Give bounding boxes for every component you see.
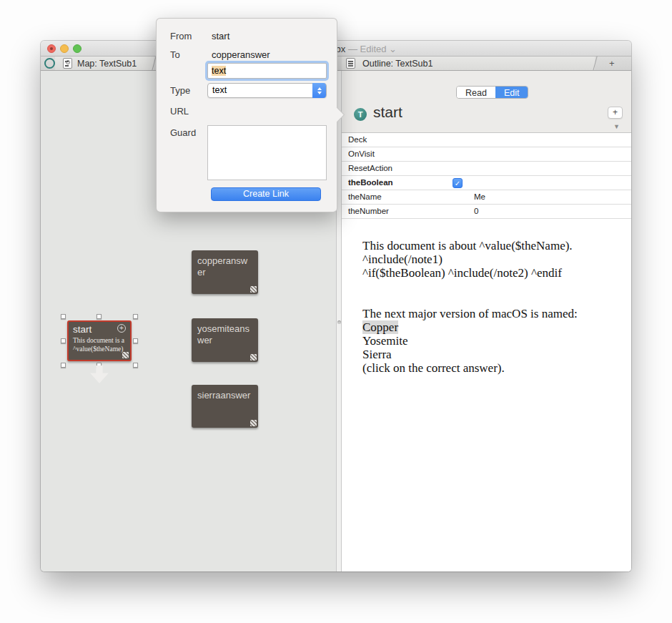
blank-lines — [362, 280, 617, 307]
to-value: copperanswer — [212, 49, 270, 60]
text-flag-icon — [250, 354, 257, 360]
outline-view-icon — [346, 58, 355, 69]
to-label: To — [170, 49, 180, 60]
create-link-button[interactable]: Create Link — [211, 187, 321, 201]
note-text-line: Copper — [362, 320, 617, 334]
read-edit-segmented-control: Read Edit — [456, 86, 528, 99]
map-node-start[interactable]: start + This document is a ^value($theNa… — [67, 320, 132, 361]
theboolean-checkbox[interactable]: ✓ — [453, 178, 463, 188]
attribute-key: ResetAction — [348, 164, 392, 172]
link-drag-arrow-icon[interactable] — [90, 366, 109, 383]
attribute-row-onvisit[interactable]: OnVisit — [342, 147, 631, 162]
text-flag-icon — [250, 286, 257, 293]
attribute-key: theNumber — [348, 207, 389, 215]
selection-handle[interactable] — [133, 314, 138, 319]
url-label: URL — [170, 106, 189, 117]
selection-handle[interactable] — [61, 338, 66, 343]
note-text-line: ^include(/note1) — [362, 252, 617, 266]
zoom-button[interactable] — [73, 44, 81, 53]
map-node-yosemiteanswer[interactable]: yosemiteanswer — [192, 318, 258, 362]
edit-button[interactable]: Edit — [495, 87, 528, 98]
attribute-row-thename[interactable]: theName Me — [342, 190, 631, 205]
attribute-key: theName — [348, 192, 382, 201]
selection-handle[interactable] — [97, 314, 102, 319]
attribute-value[interactable]: 0 — [474, 207, 478, 215]
text-flag-icon — [122, 352, 129, 358]
note-header: Read Edit T start + ▼ — [342, 71, 631, 133]
note-text-line: (click on the correct answer). — [362, 361, 617, 375]
from-value: start — [212, 31, 229, 41]
text-flag-icon — [250, 420, 257, 426]
title-chevron-icon[interactable]: ⌄ — [389, 44, 397, 54]
attribute-row-deck[interactable]: Deck — [342, 133, 631, 147]
node-title: sierraanswer — [197, 390, 250, 401]
read-button[interactable]: Read — [457, 87, 495, 98]
window-title-status: Edited — [360, 44, 387, 54]
link-type-value: text — [212, 85, 227, 95]
attribute-key: theBoolean — [348, 178, 393, 187]
map-node-copperanswer[interactable]: copperanswer — [192, 250, 258, 294]
attribute-key: Deck — [348, 135, 367, 144]
attribute-row-thenumber[interactable]: theNumber 0 — [342, 205, 631, 219]
node-title: yosemiteanswer — [197, 323, 249, 345]
attribute-row-resetaction[interactable]: ResetAction — [342, 162, 631, 176]
selection-handle[interactable] — [61, 363, 66, 368]
note-title[interactable]: start — [373, 104, 402, 121]
guard-label: Guard — [170, 127, 196, 138]
attribute-row-theboolean[interactable]: theBoolean ✓ — [342, 176, 631, 190]
from-label: From — [170, 31, 192, 41]
node-body-text: This document is a ^value($theName) — [73, 336, 126, 354]
view-ring-icon[interactable] — [44, 58, 55, 69]
splitter-handle[interactable] — [337, 320, 341, 324]
map-view-icon — [63, 58, 72, 69]
node-title: copperanswer — [197, 255, 247, 278]
collapse-attributes-icon[interactable]: ▼ — [613, 123, 620, 130]
guard-textarea[interactable] — [207, 125, 327, 180]
note-text-line: The next major version of macOS is named… — [362, 307, 617, 320]
outline-tab-label[interactable]: Outline: TextSub1 — [362, 59, 433, 69]
link-name-input[interactable]: text — [207, 63, 327, 79]
note-text-line: Sierra — [362, 348, 617, 361]
window-title: tbx — Edited ⌄ — [333, 44, 397, 54]
map-tab-label[interactable]: Map: TextSub1 — [77, 59, 137, 69]
window-title-dash: — — [348, 44, 357, 54]
selection-handle[interactable] — [133, 363, 138, 368]
add-attribute-button[interactable]: + — [608, 107, 623, 119]
link-anchor-copper[interactable]: Copper — [362, 320, 398, 334]
close-button[interactable] — [47, 44, 56, 53]
node-add-link-icon[interactable]: + — [117, 324, 126, 333]
note-type-icon: T — [354, 108, 367, 121]
attribute-table: Deck OnVisit ResetAction theBoolean ✓ th… — [342, 133, 631, 219]
type-label: Type — [170, 85, 190, 96]
minimize-button[interactable] — [60, 44, 69, 53]
selection-handle[interactable] — [61, 314, 66, 319]
note-pane: Read Edit T start + ▼ Deck OnVisit Re — [342, 71, 631, 572]
note-text-editor[interactable]: This document is about ^value($theName).… — [342, 220, 631, 572]
note-text-line: Yosemite — [362, 334, 617, 348]
attribute-key: OnVisit — [348, 149, 375, 158]
link-type-select[interactable]: text — [207, 83, 327, 98]
selection-handle[interactable] — [133, 338, 138, 343]
add-tab-button[interactable]: + — [609, 58, 615, 69]
note-text-line: This document is about ^value($theName). — [362, 239, 617, 252]
note-text-line: ^if($theBoolean) ^include(/note2) ^endif — [362, 266, 617, 280]
create-link-popover: From start To copperanswer text Type tex… — [156, 18, 337, 212]
dropdown-stepper-icon — [312, 83, 326, 98]
node-title: start — [73, 324, 92, 335]
map-node-sierraanswer[interactable]: sierraanswer — [192, 385, 258, 428]
selected-text: text — [212, 66, 226, 76]
attribute-value[interactable]: Me — [474, 192, 485, 201]
